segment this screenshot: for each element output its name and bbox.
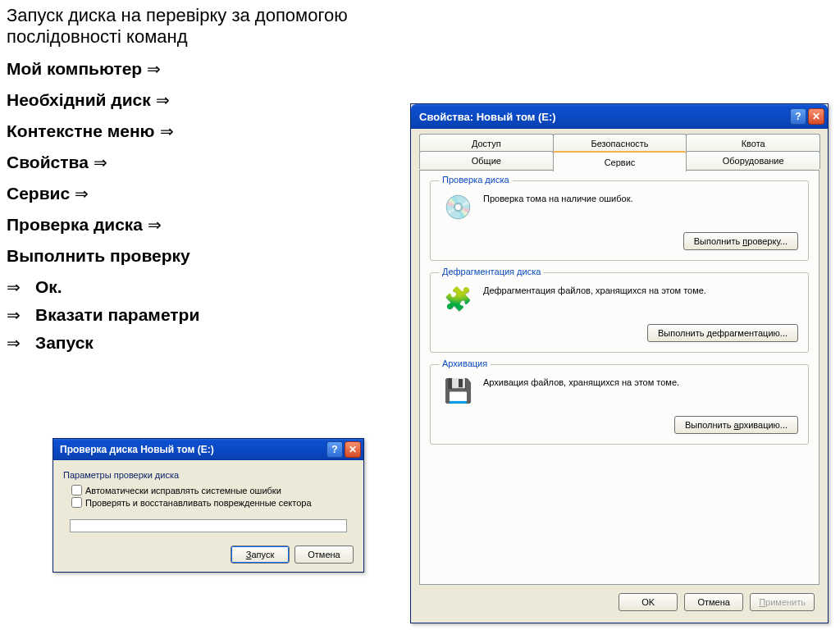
step-4: Свойства⇒: [7, 153, 392, 172]
arrow-icon: ⇒: [148, 215, 162, 235]
substep-1: ⇒Ок.: [7, 277, 392, 297]
apply-button: Применить: [750, 593, 815, 611]
arrow-icon: ⇒: [75, 184, 89, 203]
disk-check-icon: 💿: [441, 189, 475, 224]
auto-fix-checkbox[interactable]: [71, 485, 82, 495]
scan-recover-checkbox-row[interactable]: Проверять и восстанавливать поврежденные…: [63, 497, 354, 508]
arrow-icon: ⇒: [94, 153, 107, 172]
fieldset-defrag: Дефрагментация диска 🧩 Дефрагментация фа…: [430, 272, 809, 353]
arrow-icon: ⇒: [147, 59, 161, 79]
legend-check: Проверка диска: [439, 175, 513, 185]
arrow-icon: ⇒: [156, 90, 170, 110]
arrow-icon: ⇒: [160, 121, 174, 141]
auto-fix-checkbox-row[interactable]: Автоматически исправлять системные ошибк…: [63, 485, 354, 495]
backup-icon: 💾: [441, 373, 475, 408]
tab-access[interactable]: Доступ: [419, 134, 554, 152]
close-button[interactable]: ✕: [808, 108, 824, 125]
run-check-button[interactable]: Выполнить проверку...: [683, 232, 798, 250]
fieldset-backup: Архивация 💾 Архивация файлов, хранящихся…: [430, 364, 809, 445]
tab-page-service: Проверка диска 💿 Проверка тома на наличи…: [419, 170, 819, 585]
arrow-icon: ⇒: [7, 305, 21, 325]
scan-recover-label: Проверять и восстанавливать поврежденные…: [85, 498, 312, 508]
defrag-text: Дефрагментация файлов, хранящихся на это…: [483, 281, 798, 297]
help-button[interactable]: ?: [790, 108, 806, 125]
arrow-icon: ⇒: [7, 277, 21, 297]
group-label: Параметры проверки диска: [63, 470, 354, 480]
tab-hardware[interactable]: Оборудование: [686, 151, 820, 169]
check-disk-dialog: Проверка диска Новый том (E:) ? ✕ Параме…: [52, 438, 364, 573]
run-defrag-button[interactable]: Выполнить дефрагментацию...: [647, 324, 798, 342]
tab-security[interactable]: Безопасность: [553, 134, 687, 152]
substep-3: ⇒Запуск: [7, 333, 392, 353]
cancel-button[interactable]: Отмена: [684, 593, 743, 611]
step-6: Проверка диска⇒: [7, 215, 392, 235]
ok-button[interactable]: OK: [619, 593, 678, 611]
close-button[interactable]: ✕: [345, 441, 361, 458]
tab-general[interactable]: Общие: [419, 151, 554, 169]
titlebar[interactable]: Свойства: Новый том (E:) ? ✕: [411, 104, 828, 129]
check-text: Проверка тома на наличие ошибок.: [483, 189, 798, 205]
step-3: Контекстне меню⇒: [7, 121, 392, 141]
legend-defrag: Дефрагментация диска: [439, 267, 544, 276]
step-5: Сервис⇒: [7, 184, 392, 203]
titlebar[interactable]: Проверка диска Новый том (E:) ? ✕: [53, 439, 363, 460]
tab-service[interactable]: Сервис: [553, 151, 687, 171]
substep-2: ⇒Вказати параметри: [7, 305, 392, 325]
instruction-panel: Запуск диска на перевірку за допомогою п…: [7, 5, 392, 361]
dialog-title: Свойства: Новый том (E:): [419, 111, 556, 123]
start-button[interactable]: Запуск: [231, 546, 290, 564]
help-button[interactable]: ?: [326, 441, 343, 458]
tab-strip: Доступ Безопасность Квота Общие Сервис О…: [419, 134, 819, 171]
tab-quota[interactable]: Квота: [686, 134, 820, 152]
cancel-button[interactable]: Отмена: [294, 546, 354, 564]
arrow-icon: ⇒: [7, 333, 21, 353]
instruction-title: Запуск диска на перевірку за допомогою п…: [7, 5, 392, 48]
fieldset-check: Проверка диска 💿 Проверка тома на наличи…: [430, 180, 809, 261]
properties-dialog: Свойства: Новый том (E:) ? ✕ Доступ Безо…: [410, 103, 829, 623]
legend-backup: Архивация: [439, 358, 491, 368]
step-1: Мой компьютер⇒: [7, 59, 392, 79]
defrag-icon: 🧩: [441, 281, 475, 316]
auto-fix-label: Автоматически исправлять системные ошибк…: [85, 486, 281, 495]
step-7: Выполнить проверку: [7, 246, 392, 266]
scan-recover-checkbox[interactable]: [71, 497, 82, 508]
step-2: Необхідний диск⇒: [7, 90, 392, 110]
run-backup-button[interactable]: Выполнить архивацию...: [674, 416, 798, 434]
backup-text: Архивация файлов, хранящихся на этом том…: [483, 373, 798, 389]
dialog-title: Проверка диска Новый том (E:): [60, 444, 214, 455]
progress-bar: [70, 519, 347, 532]
